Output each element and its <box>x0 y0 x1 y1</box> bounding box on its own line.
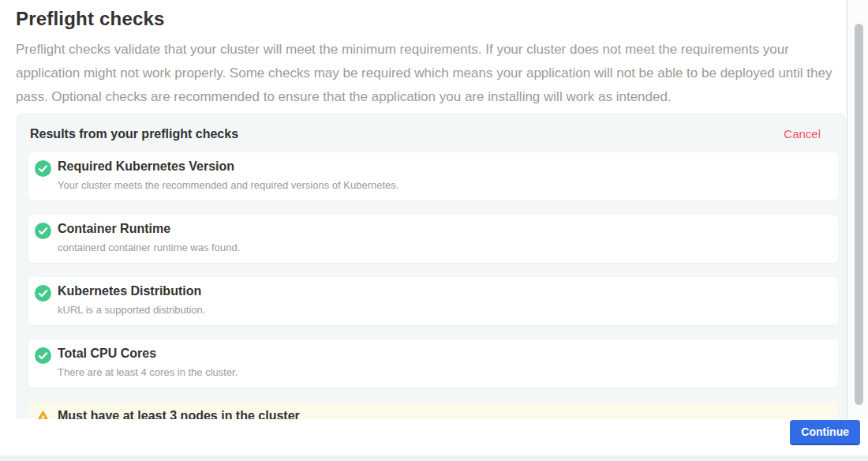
results-header: Results from your preflight checks Cance… <box>30 127 836 141</box>
success-check-icon <box>35 285 51 302</box>
check-description: kURL is a supported distribution. <box>58 304 829 316</box>
page-footer: Continue <box>0 419 868 455</box>
check-text: Required Kubernetes Version Your cluster… <box>58 159 829 191</box>
check-title: Total CPU Cores <box>58 347 829 361</box>
preflight-results-card: Results from your preflight checks Cance… <box>16 113 846 419</box>
page-title: Preflight checks <box>16 8 840 30</box>
check-description: containerd container runtime was found. <box>58 242 829 253</box>
check-title: Container Runtime <box>58 222 829 236</box>
success-check-icon <box>35 160 51 177</box>
check-title: Must have at least 3 nodes in the cluste… <box>58 409 829 419</box>
scrollbar-thumb[interactable] <box>855 24 863 405</box>
check-item: Total CPU Cores There are at least 4 cor… <box>28 339 838 388</box>
check-text: Kubernetes Distribution kURL is a suppor… <box>58 284 829 316</box>
page-description: Preflight checks validate that your clus… <box>16 38 840 109</box>
page-header: Preflight checks Preflight checks valida… <box>16 8 840 109</box>
check-title: Required Kubernetes Version <box>58 159 829 174</box>
continue-button[interactable]: Continue <box>790 420 860 445</box>
check-title: Kubernetes Distribution <box>58 284 829 298</box>
success-check-icon <box>35 223 51 239</box>
check-text: Must have at least 3 nodes in the cluste… <box>58 409 829 419</box>
check-item: Container Runtime containerd container r… <box>28 215 838 263</box>
results-heading: Results from your preflight checks <box>30 127 238 141</box>
check-text: Total CPU Cores There are at least 4 cor… <box>58 347 829 378</box>
bottom-strip <box>0 455 868 461</box>
warning-triangle-icon <box>35 410 51 419</box>
success-check-icon <box>35 347 51 364</box>
check-text: Container Runtime containerd container r… <box>58 222 829 253</box>
check-description: There are at least 4 cores in the cluste… <box>58 366 829 378</box>
cancel-button[interactable]: Cancel <box>784 127 821 141</box>
check-item: Kubernetes Distribution kURL is a suppor… <box>28 277 838 325</box>
check-item: Must have at least 3 nodes in the cluste… <box>28 402 838 419</box>
check-item: Required Kubernetes Version Your cluster… <box>28 152 838 201</box>
check-description: Your cluster meets the recommended and r… <box>58 179 829 191</box>
